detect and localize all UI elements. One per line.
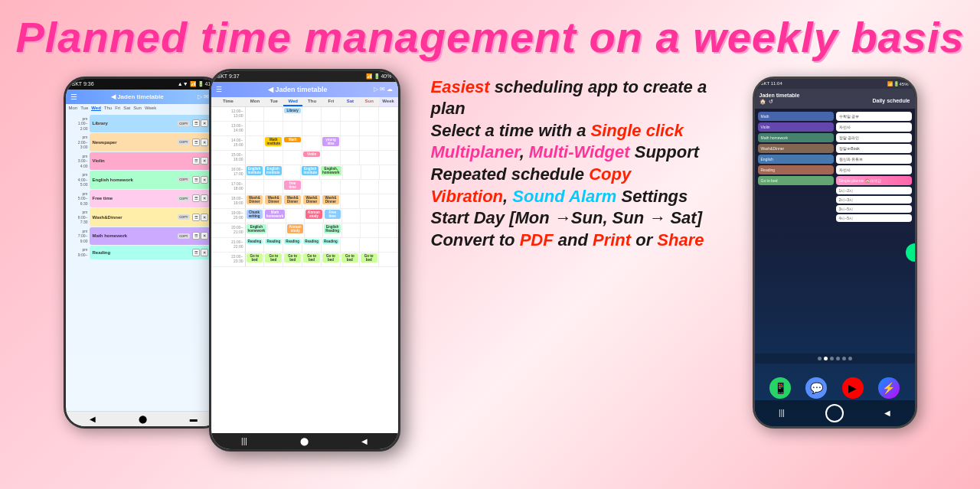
- cal-cell[interactable]: Free time: [324, 209, 342, 223]
- nav-recent[interactable]: ▬: [190, 415, 198, 423]
- copy-badge[interactable]: COPY: [178, 121, 189, 126]
- col-wed[interactable]: Wed: [283, 97, 302, 106]
- cal-cell[interactable]: [341, 122, 360, 135]
- nav-home[interactable]: ⬤: [300, 437, 309, 445]
- cal-cell[interactable]: [264, 107, 283, 121]
- col-tue[interactable]: Tue: [264, 97, 283, 106]
- cal-cell[interactable]: [246, 107, 265, 121]
- cal-cell[interactable]: [264, 151, 283, 165]
- cal-cell[interactable]: Go to bed: [360, 253, 379, 266]
- cal-cell[interactable]: Reading: [283, 238, 302, 252]
- cal-cell[interactable]: [379, 136, 398, 150]
- cal-cell[interactable]: Wash&Dinner: [302, 194, 322, 208]
- delete-btn[interactable]: ✕: [201, 249, 208, 256]
- cal-cell[interactable]: [360, 180, 379, 194]
- cal-cell[interactable]: Mathinstitute: [264, 136, 283, 150]
- cal-cell[interactable]: [379, 180, 398, 194]
- cal-cell[interactable]: [361, 165, 380, 179]
- filter-btn[interactable]: ☰: [192, 119, 200, 127]
- filter-btn[interactable]: ☰: [192, 176, 200, 184]
- cal-cell[interactable]: [342, 223, 361, 237]
- cal-cell[interactable]: [379, 209, 397, 223]
- nav-recent[interactable]: ◀: [884, 409, 890, 417]
- cal-cell[interactable]: Koreanstudy: [305, 209, 323, 223]
- delete-btn[interactable]: ✕: [201, 119, 208, 127]
- cal-cell[interactable]: youngidea: [322, 136, 341, 150]
- cal-cell[interactable]: [341, 107, 360, 121]
- nav-refresh-icon[interactable]: ↺: [769, 99, 773, 105]
- nav-home-icon[interactable]: 🏠: [760, 99, 766, 105]
- filter-btn[interactable]: ☰: [192, 157, 200, 165]
- cal-cell[interactable]: [360, 122, 379, 135]
- cal-cell[interactable]: Reading: [302, 238, 322, 252]
- cal-cell[interactable]: [302, 180, 322, 194]
- cal-cell[interactable]: free time: [283, 180, 302, 194]
- cal-cell[interactable]: [379, 107, 398, 121]
- whatsapp-icon[interactable]: 📱: [769, 377, 791, 399]
- nav-back[interactable]: |||: [779, 409, 785, 417]
- cal-cell[interactable]: Go to bed: [246, 253, 265, 266]
- cal-cell[interactable]: [379, 238, 398, 252]
- cal-cell[interactable]: Wash&Dinner: [322, 194, 341, 208]
- cal-cell[interactable]: [360, 107, 379, 121]
- day-wed[interactable]: Wed: [91, 106, 101, 111]
- nav-home-btn[interactable]: [825, 404, 844, 422]
- col-mon[interactable]: Mon: [246, 97, 265, 106]
- cal-cell[interactable]: Reading: [246, 238, 265, 252]
- cal-cell[interactable]: Wash&Dinner: [283, 194, 302, 208]
- nav-home[interactable]: ⬤: [139, 415, 147, 423]
- col-week[interactable]: Week: [379, 97, 398, 106]
- col-thu[interactable]: Thu: [302, 97, 322, 106]
- cal-cell[interactable]: [379, 253, 398, 266]
- filter-btn[interactable]: ☰: [192, 214, 200, 221]
- cal-cell[interactable]: [283, 165, 302, 179]
- filter-btn[interactable]: ☰: [192, 194, 200, 202]
- cal-cell[interactable]: [322, 180, 341, 194]
- cal-cell[interactable]: [341, 151, 360, 165]
- cal-cell[interactable]: Englishhomework: [246, 223, 269, 237]
- cal-cell[interactable]: Go to bed: [264, 253, 283, 266]
- cal-cell[interactable]: Violin: [302, 151, 322, 165]
- cal-cell[interactable]: Wash&Dinner: [246, 194, 265, 208]
- cal-cell[interactable]: [343, 165, 361, 179]
- cal-cell[interactable]: [379, 194, 398, 208]
- filter-btn[interactable]: ☰: [192, 249, 200, 256]
- cal-cell[interactable]: Englishinstitute: [264, 165, 283, 179]
- delete-btn[interactable]: ✕: [201, 139, 208, 146]
- nav-back[interactable]: ◀: [90, 415, 96, 423]
- cal-cell[interactable]: [322, 122, 341, 135]
- messenger-icon[interactable]: ⚡: [878, 377, 900, 399]
- cal-cell[interactable]: [246, 180, 265, 194]
- cal-cell[interactable]: [361, 223, 379, 237]
- delete-btn[interactable]: ✕: [201, 214, 208, 221]
- day-sun[interactable]: Sun: [133, 106, 142, 111]
- cal-cell[interactable]: [342, 209, 361, 223]
- copy-badge[interactable]: COPY: [178, 177, 189, 182]
- cal-cell[interactable]: [264, 122, 283, 135]
- delete-btn[interactable]: ✕: [201, 176, 208, 184]
- cal-cell[interactable]: [283, 122, 302, 135]
- cal-cell[interactable]: [268, 223, 286, 237]
- cal-cell[interactable]: [341, 238, 360, 252]
- cal-cell[interactable]: [302, 136, 322, 150]
- cal-cell[interactable]: [360, 194, 379, 208]
- day-tue[interactable]: Tue: [80, 106, 88, 111]
- cal-cell[interactable]: [360, 136, 379, 150]
- cal-cell[interactable]: [264, 180, 283, 194]
- cal-cell[interactable]: [322, 151, 341, 165]
- copy-badge[interactable]: COPY: [178, 214, 189, 220]
- cal-cell[interactable]: [341, 180, 360, 194]
- day-sat[interactable]: Sat: [123, 106, 130, 111]
- cal-cell[interactable]: Englishinstitute: [246, 165, 265, 179]
- delete-btn[interactable]: ✕: [201, 194, 208, 202]
- cal-cell[interactable]: Library: [283, 107, 302, 121]
- cal-cell[interactable]: Koreanstudy: [286, 223, 305, 237]
- cal-cell[interactable]: EnglishReading: [323, 223, 342, 237]
- day-thu[interactable]: Thu: [104, 106, 112, 111]
- cal-cell[interactable]: [360, 151, 379, 165]
- cal-cell[interactable]: [379, 122, 398, 135]
- youtube-icon[interactable]: ▶: [842, 377, 864, 399]
- cal-cell[interactable]: [379, 151, 398, 165]
- cal-cell[interactable]: Go to bed: [341, 253, 360, 266]
- cal-cell[interactable]: [286, 209, 305, 223]
